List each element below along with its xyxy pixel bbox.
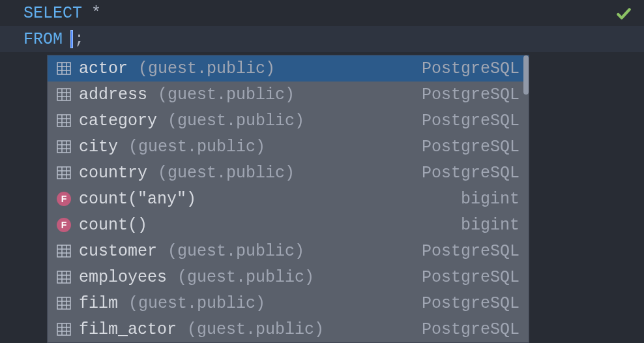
autocomplete-item[interactable]: employees(guest.public)PostgreSQL [48, 264, 529, 290]
autocomplete-item-type: PostgreSQL [422, 268, 520, 287]
autocomplete-item[interactable]: Fcount("any")bigint [48, 186, 529, 212]
autocomplete-item-name: count("any") [79, 190, 196, 209]
table-icon [57, 271, 71, 284]
autocomplete-item-name: city [79, 138, 118, 157]
autocomplete-item-type: PostgreSQL [422, 320, 520, 339]
table-icon [57, 140, 71, 153]
svg-rect-0 [57, 63, 70, 74]
sql-semicolon: ; [74, 30, 84, 49]
autocomplete-item-name: film_actor [79, 320, 177, 339]
text-cursor [70, 30, 73, 48]
autocomplete-item-type: bigint [461, 190, 520, 209]
sql-keyword-select: SELECT [23, 4, 82, 23]
autocomplete-item-type: PostgreSQL [422, 85, 520, 104]
svg-rect-30 [57, 271, 70, 283]
autocomplete-scrollbar[interactable] [523, 55, 529, 95]
autocomplete-item-schema: (guest.public) [168, 242, 304, 261]
autocomplete-item-name: country [79, 164, 147, 183]
table-icon [57, 62, 71, 75]
autocomplete-item-type: PostgreSQL [422, 294, 520, 313]
table-icon [57, 88, 71, 101]
autocomplete-item-name: customer [79, 242, 157, 261]
autocomplete-item[interactable]: city(guest.public)PostgreSQL [48, 134, 529, 160]
autocomplete-item-schema: (guest.public) [187, 320, 324, 339]
editor-line-1[interactable]: SELECT * [0, 0, 644, 26]
autocomplete-item[interactable]: address(guest.public)PostgreSQL [48, 82, 529, 108]
sql-keyword-from: FROM [23, 30, 63, 49]
editor-line-2[interactable]: FROM ; [0, 26, 644, 52]
autocomplete-item[interactable]: category(guest.public)PostgreSQL [48, 108, 529, 134]
autocomplete-item-schema: (guest.public) [177, 268, 314, 287]
autocomplete-item-type: PostgreSQL [422, 138, 520, 157]
autocomplete-item-name: employees [79, 268, 167, 287]
table-icon [57, 245, 71, 258]
table-icon [57, 114, 71, 127]
autocomplete-item-schema: (guest.public) [158, 164, 295, 183]
autocomplete-item[interactable]: actor(guest.public)PostgreSQL [48, 55, 529, 82]
autocomplete-item[interactable]: Fcount()bigint [48, 212, 529, 238]
autocomplete-item-type: PostgreSQL [422, 242, 520, 261]
autocomplete-item-name: address [79, 85, 147, 104]
svg-rect-25 [57, 245, 70, 257]
autocomplete-item-schema: (guest.public) [158, 85, 295, 104]
autocomplete-item[interactable]: film_actor(guest.public)PostgreSQL [48, 316, 529, 342]
autocomplete-item-name: count() [79, 216, 147, 235]
autocomplete-item[interactable]: film(guest.public)PostgreSQL [48, 290, 529, 316]
function-icon: F [57, 218, 71, 232]
sql-asterisk: * [91, 4, 101, 23]
autocomplete-item-type: PostgreSQL [422, 164, 520, 183]
autocomplete-popup[interactable]: actor(guest.public)PostgreSQL address(gu… [47, 55, 529, 343]
table-icon [57, 297, 71, 310]
autocomplete-item-type: bigint [461, 216, 520, 235]
svg-rect-5 [57, 89, 70, 100]
autocomplete-item-type: PostgreSQL [422, 112, 520, 130]
svg-rect-15 [57, 141, 70, 153]
table-icon [57, 166, 71, 179]
autocomplete-item[interactable]: country(guest.public)PostgreSQL [48, 160, 529, 186]
autocomplete-item-schema: (guest.public) [128, 138, 265, 157]
valid-check-icon [615, 5, 632, 27]
autocomplete-item-schema: (guest.public) [128, 294, 265, 313]
svg-rect-20 [57, 167, 70, 179]
table-icon [57, 323, 71, 336]
autocomplete-item-name: film [79, 294, 118, 313]
autocomplete-item-name: category [79, 112, 157, 130]
autocomplete-item-type: PostgreSQL [422, 59, 520, 78]
autocomplete-item-schema: (guest.public) [138, 59, 275, 78]
svg-rect-35 [57, 297, 70, 309]
function-icon: F [57, 192, 71, 206]
autocomplete-item[interactable]: customer(guest.public)PostgreSQL [48, 238, 529, 264]
svg-rect-10 [57, 115, 70, 127]
svg-rect-40 [57, 323, 70, 335]
autocomplete-item-schema: (guest.public) [168, 112, 304, 130]
autocomplete-item-name: actor [79, 59, 128, 78]
